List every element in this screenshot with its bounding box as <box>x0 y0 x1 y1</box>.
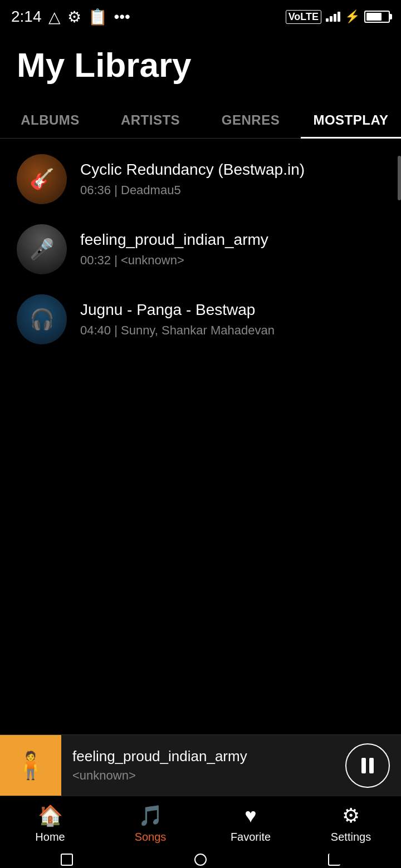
volte-badge: VoLTE <box>286 10 321 24</box>
recent-apps-button[interactable] <box>57 850 77 868</box>
pause-bar-left <box>361 758 366 773</box>
page-title: My Library <box>17 45 384 86</box>
heart-icon: ♥ <box>244 804 256 827</box>
tab-albums[interactable]: ALBUMS <box>0 102 100 138</box>
scroll-hint <box>398 156 401 200</box>
pause-button[interactable] <box>345 743 390 788</box>
now-playing-thumb-art: 🧍 <box>14 750 47 781</box>
dots-icon: ••• <box>114 8 130 26</box>
song-info-2: feeling_proud_indian_army 00:32 | <unkno… <box>80 231 384 268</box>
status-left: 2:14 △ ⚙ 📋 ••• <box>11 8 130 26</box>
nav-item-home[interactable]: 🏠 Home <box>0 796 100 851</box>
signal-bar-2 <box>330 16 332 22</box>
charging-icon: ⚡ <box>345 9 360 24</box>
settings-status-icon: ⚙ <box>67 8 81 26</box>
list-item[interactable]: Cyclic Redundancy (Bestwap.in) 06:36 | D… <box>0 144 401 214</box>
now-playing-artist: <unknown> <box>72 768 334 783</box>
music-icon: 🎵 <box>138 804 163 827</box>
song-title-1: Cyclic Redundancy (Bestwap.in) <box>80 161 384 179</box>
tab-genres[interactable]: GENRES <box>200 102 301 138</box>
song-meta-2: 00:32 | <unknown> <box>80 253 384 268</box>
home-circle-icon <box>194 854 207 866</box>
song-thumbnail-2 <box>17 224 67 274</box>
song-info-1: Cyclic Redundancy (Bestwap.in) 06:36 | D… <box>80 161 384 198</box>
now-playing-title: feeling_proud_indian_army <box>72 748 334 765</box>
alert-icon: △ <box>48 8 61 26</box>
recent-apps-icon <box>61 854 73 866</box>
nav-label-favorite: Favorite <box>231 831 271 844</box>
signal-bar-4 <box>338 12 340 22</box>
song-meta-1: 06:36 | Deadmau5 <box>80 183 384 198</box>
tabs: ALBUMS ARTISTS GENRES MOSTPLAY <box>0 102 401 139</box>
signal-bars <box>326 12 340 22</box>
back-icon <box>328 854 340 866</box>
song-thumbnail-1 <box>17 154 67 204</box>
nav-label-songs: Songs <box>135 831 167 844</box>
nav-label-home: Home <box>35 831 65 844</box>
home-icon: 🏠 <box>38 804 63 827</box>
now-playing-info: feeling_proud_indian_army <unknown> <box>61 748 345 783</box>
list-item[interactable]: Jugnu - Panga - Bestwap 04:40 | Sunny, S… <box>0 284 401 354</box>
nav-item-favorite[interactable]: ♥ Favorite <box>200 796 301 851</box>
tab-mostplay[interactable]: MOSTPLAY <box>301 102 401 138</box>
home-button[interactable] <box>190 850 211 868</box>
nav-label-settings: Settings <box>331 831 371 844</box>
doc-icon: 📋 <box>88 8 107 26</box>
header: My Library <box>0 33 401 91</box>
song-info-3: Jugnu - Panga - Bestwap 04:40 | Sunny, S… <box>80 301 384 338</box>
song-title-3: Jugnu - Panga - Bestwap <box>80 301 384 319</box>
pause-bar-right <box>369 758 374 773</box>
nav-item-settings[interactable]: ⚙ Settings <box>301 796 401 851</box>
bottom-nav: 🏠 Home 🎵 Songs ♥ Favorite ⚙ Settings <box>0 796 401 851</box>
signal-bar-3 <box>334 14 336 22</box>
battery-fill <box>366 13 382 21</box>
now-playing-bar[interactable]: 🧍 feeling_proud_indian_army <unknown> <box>0 734 401 796</box>
song-list: Cyclic Redundancy (Bestwap.in) 06:36 | D… <box>0 139 401 360</box>
status-bar: 2:14 △ ⚙ 📋 ••• VoLTE ⚡ <box>0 0 401 33</box>
gear-icon: ⚙ <box>342 804 360 827</box>
nav-item-songs[interactable]: 🎵 Songs <box>100 796 200 851</box>
battery-icon <box>364 11 390 23</box>
song-meta-3: 04:40 | Sunny, Shankar Mahadevan <box>80 323 384 338</box>
now-playing-thumbnail: 🧍 <box>0 735 61 796</box>
tab-artists[interactable]: ARTISTS <box>100 102 200 138</box>
android-nav <box>0 851 401 868</box>
song-title-2: feeling_proud_indian_army <box>80 231 384 249</box>
time: 2:14 <box>11 8 42 26</box>
signal-bar-1 <box>326 18 329 22</box>
list-item[interactable]: feeling_proud_indian_army 00:32 | <unkno… <box>0 214 401 284</box>
pause-icon <box>361 758 374 773</box>
back-button[interactable] <box>324 850 344 868</box>
status-right: VoLTE ⚡ <box>286 9 390 24</box>
song-thumbnail-3 <box>17 294 67 344</box>
